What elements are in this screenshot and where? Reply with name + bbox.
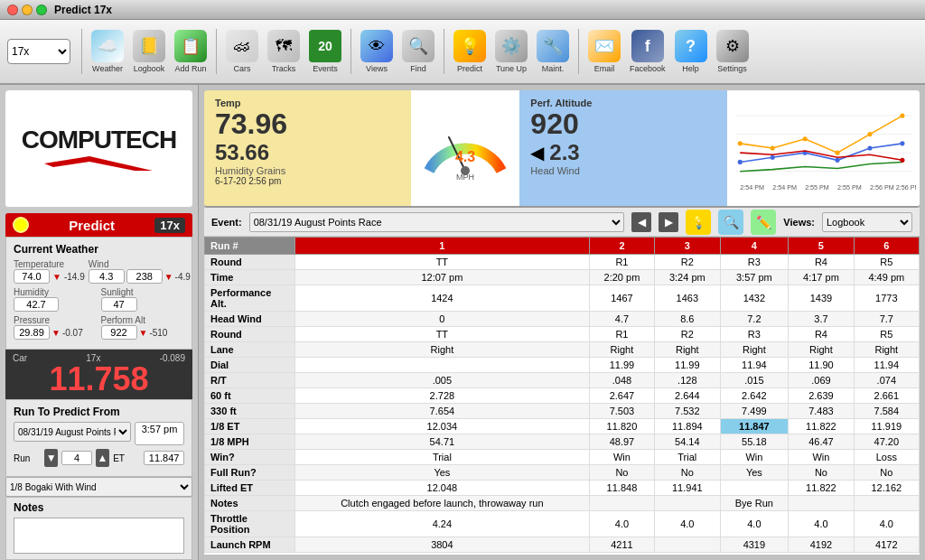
toolbar-tuneup[interactable]: ⚙️ Tune Up — [491, 28, 531, 75]
row-label: Throttle Position — [205, 511, 295, 537]
table-cell: 4.0 — [655, 511, 720, 537]
table-cell: 4.24 — [295, 511, 590, 537]
svg-point-19 — [867, 132, 872, 136]
table-cell: 7.7 — [854, 312, 919, 327]
help-icon: ? — [675, 30, 707, 62]
toolbar-help[interactable]: ? Help — [671, 28, 711, 75]
table-cell: R2 — [655, 255, 720, 270]
humidity-grains-value: 53.66 — [215, 140, 400, 165]
table-cell: 11.90 — [789, 358, 854, 373]
table-cell: R3 — [720, 327, 789, 342]
views-bar-label: Views: — [783, 217, 815, 228]
event-prev-button[interactable]: ◀ — [631, 212, 651, 232]
minimize-button[interactable] — [22, 5, 33, 15]
row-label: Round — [205, 327, 295, 342]
svg-text:2:55 PM: 2:55 PM — [837, 184, 862, 191]
toolbar-events[interactable]: 20 Events — [305, 28, 345, 75]
event-select[interactable]: 08/31/19 August Points Ra — [14, 422, 131, 442]
event-time: 3:57 pm — [135, 422, 184, 445]
pressure-change: -0.07 — [62, 328, 83, 338]
table-cell: 11.94 — [854, 358, 919, 373]
svg-point-20 — [900, 114, 904, 118]
table-cell: 11.820 — [589, 419, 654, 434]
table-cell: 11.822 — [789, 481, 854, 496]
logbook-label: Logbook — [134, 64, 165, 73]
event-dropdown[interactable]: 08/31/19 August Points Race — [249, 212, 625, 232]
maximize-button[interactable] — [36, 5, 47, 15]
toolbar-settings[interactable]: ⚙ Settings — [713, 28, 752, 75]
svg-point-15 — [737, 141, 742, 145]
table-cell: 12.034 — [295, 419, 590, 434]
run-down-button[interactable]: ▼ — [44, 449, 58, 467]
table-cell: 11.99 — [655, 358, 720, 373]
table-cell: 1463 — [655, 285, 720, 312]
table-cell: 12:07 pm — [295, 270, 590, 285]
predict-icon-button[interactable]: 💡 — [686, 210, 711, 235]
sep4 — [444, 29, 444, 74]
toolbar-facebook[interactable]: f Facebook — [626, 28, 669, 75]
table-row: 1/8 ET12.03411.82011.89411.84711.82211.9… — [205, 419, 920, 434]
table-cell: 11.941 — [655, 481, 720, 496]
table-cell: Right — [589, 342, 654, 358]
table-cell: Loss — [854, 450, 919, 465]
main-content: COMPUTECH Predict 17x Current Weather Te… — [0, 85, 925, 560]
left-panel: COMPUTECH Predict 17x Current Weather Te… — [0, 85, 199, 560]
table-cell: 2:20 pm — [589, 270, 654, 285]
pressure-row: Pressure 29.89 ▼ -0.07 Perform Alt 922 ▼… — [14, 315, 184, 340]
row-label: Lifted ET — [205, 481, 295, 496]
svg-point-17 — [802, 136, 807, 141]
toolbar-tracks[interactable]: 🗺 Tracks — [264, 28, 304, 75]
window-controls[interactable] — [7, 5, 47, 15]
table-cell: Yes — [720, 465, 789, 481]
table-cell: 11.847 — [720, 419, 789, 434]
tracks-label: Tracks — [272, 64, 296, 73]
table-cell: .015 — [720, 373, 789, 388]
edit-icon-button[interactable]: ✏️ — [751, 210, 776, 235]
humid-value: 42.7 — [14, 297, 59, 312]
toolbar-maint[interactable]: 🔧 Maint. — [533, 28, 573, 75]
toolbar-email[interactable]: ✉️ Email — [584, 28, 624, 75]
row-label: 1/8 MPH — [205, 434, 295, 450]
sep1 — [81, 29, 82, 74]
tracks-icon: 🗺 — [267, 30, 300, 62]
table-cell: 4192 — [789, 537, 854, 553]
tuneup-label: Tune Up — [496, 64, 527, 73]
table-cell: R5 — [854, 255, 919, 270]
table-cell: 3:57 pm — [720, 270, 789, 285]
toolbar-predict[interactable]: 💡 Predict — [450, 28, 490, 75]
logo: COMPUTECH — [22, 126, 176, 173]
run-up-button[interactable]: ▲ — [96, 449, 109, 467]
formula-select[interactable]: 1/8 Bogaki With Wind — [5, 477, 192, 497]
svg-point-9 — [737, 160, 742, 164]
sunlight-value: 47 — [101, 297, 137, 312]
table-cell: Clutch engaged before launch, throwaway … — [295, 496, 590, 511]
svg-text:4.3: 4.3 — [455, 149, 475, 164]
current-weather-section: Current Weather Temperature 74.0 ▼ -14.9… — [5, 237, 192, 350]
car-select[interactable]: 17x — [7, 39, 70, 64]
notes-input[interactable] — [14, 518, 184, 554]
toolbar-views[interactable]: 👁 Views — [357, 28, 397, 75]
close-button[interactable] — [7, 5, 18, 15]
predict-badge: 17x — [154, 218, 185, 233]
toolbar-find[interactable]: 🔍 Find — [398, 28, 438, 75]
table-row: Dial11.9911.9911.9411.9011.94 — [205, 358, 920, 373]
find-icon-button[interactable]: 🔍 — [718, 210, 743, 235]
toolbar-logbook[interactable]: 📒 Logbook — [129, 28, 169, 75]
toolbar-cars[interactable]: 🏎 Cars — [222, 28, 262, 75]
speedometer-gauge: 4.3 MPH — [420, 112, 510, 184]
table-row: 60 ft2.7282.6472.6442.6422.6392.661 — [205, 388, 920, 404]
table-cell: 8.6 — [655, 312, 720, 327]
row-label: Head Wind — [205, 312, 295, 327]
toolbar-weather[interactable]: ☁️ Weather — [88, 28, 127, 75]
sep3 — [350, 29, 351, 74]
table-row: Time12:07 pm2:20 pm3:24 pm3:57 pm4:17 pm… — [205, 270, 920, 285]
toolbar-addrun[interactable]: 📋 Add Run — [171, 28, 210, 75]
table-row: Launch RPM38044211431941924172 — [205, 537, 920, 553]
table-row: Lifted ET12.04811.84811.94111.82212.162 — [205, 481, 920, 496]
weather-date: 6-17-20 2:56 pm — [215, 176, 400, 186]
table-cell — [295, 358, 590, 373]
views-select[interactable]: Logbook — [822, 212, 912, 232]
event-next-button[interactable]: ▶ — [659, 212, 678, 232]
table-area[interactable]: Run # 1 2 3 4 5 6 RoundTTR1R2R3R4R5Time1… — [204, 237, 920, 555]
table-cell: 1439 — [789, 285, 854, 312]
